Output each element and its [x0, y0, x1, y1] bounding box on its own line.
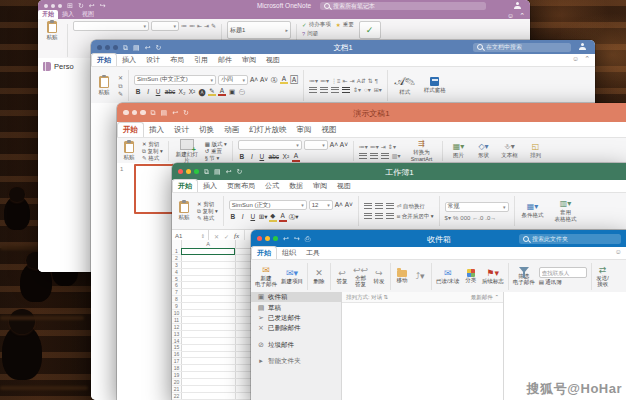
bullet-list-icon[interactable]: ≔ [181, 23, 187, 29]
copy-button[interactable]: ⧉ 复制 ▾ [197, 208, 218, 214]
sort-icon[interactable]: ⇅ [368, 78, 373, 84]
insert-function-icon[interactable]: fx [234, 232, 239, 240]
outdent-icon[interactable]: ⇤ [343, 78, 348, 84]
row-header[interactable]: 8 [172, 296, 181, 303]
follow-up-button[interactable]: ⚑▾ 后续标志 [482, 269, 504, 285]
multilevel-list-icon[interactable]: ⋮≡ [331, 78, 341, 84]
redo-icon[interactable]: ↻ [156, 44, 162, 51]
tag-question[interactable]: ?问题 [302, 30, 318, 37]
paste-icon[interactable] [179, 201, 189, 213]
borders-icon[interactable]: ⊞▾ [259, 214, 267, 221]
align-center-icon[interactable] [320, 87, 328, 93]
row-header[interactable]: 21 [172, 386, 181, 393]
tab-view[interactable]: 视图 [78, 10, 98, 19]
tab-references[interactable]: 引用 [189, 54, 213, 66]
row-header[interactable]: 9 [172, 303, 181, 310]
window-controls[interactable] [257, 236, 278, 241]
slide-thumbnail[interactable] [134, 164, 175, 214]
align-right-icon[interactable] [381, 153, 389, 159]
tab-insert[interactable]: 插入 [58, 10, 78, 19]
filter-email-button[interactable]: 筛选 电子邮件 [513, 267, 535, 286]
line-spacing-icon[interactable]: ⇕▾ [388, 144, 396, 150]
new-slide-icon[interactable] [180, 139, 194, 150]
delete-button[interactable]: ✕ 删除 [312, 269, 326, 285]
grow-font-icon[interactable]: A˄ [335, 202, 343, 209]
shapes-icon[interactable]: ◇▾ [478, 143, 488, 151]
number-list-icon[interactable]: ≕▾ [370, 144, 379, 150]
find-contact-input[interactable] [542, 270, 584, 276]
grow-font-icon[interactable]: A˄ [250, 77, 258, 84]
align-left-icon[interactable] [309, 87, 317, 93]
align-top-icon[interactable] [364, 203, 372, 209]
window-controls[interactable] [123, 110, 146, 116]
redo-icon[interactable]: ↻ [183, 109, 189, 116]
align-right-icon[interactable] [331, 87, 339, 93]
bullet-list-icon[interactable]: ≔▾ [309, 78, 318, 84]
superscript-button[interactable]: X² [188, 89, 196, 96]
tab-home[interactable]: 开始 [117, 122, 144, 137]
window-controls[interactable] [178, 169, 199, 174]
indent-icon[interactable]: ⇥ [381, 144, 386, 150]
align-center-icon[interactable] [370, 153, 378, 159]
search-input[interactable] [532, 236, 617, 242]
font-color-icon[interactable]: A [292, 153, 300, 162]
enclose-char-icon[interactable]: ㊀ [238, 89, 246, 96]
row-header[interactable]: 7 [172, 289, 181, 296]
slide-thumbnail-panel[interactable]: 1 [117, 163, 173, 400]
font-name-select[interactable]: SimSun (中文正文)▾ [134, 75, 216, 85]
new-doc-icon[interactable]: ⧉ [151, 109, 156, 116]
folder-junk[interactable]: ⊘ 垃圾邮件 [251, 340, 341, 350]
new-doc-icon[interactable]: ⧉ [123, 44, 128, 51]
tab-design[interactable]: 设计 [141, 54, 165, 66]
superscript-button[interactable]: X² [282, 154, 290, 161]
row-header[interactable]: 2 [172, 255, 181, 262]
selected-cell-a1[interactable] [181, 248, 235, 255]
align-bottom-icon[interactable] [386, 203, 394, 209]
number-format-select[interactable]: 常规▾ [445, 202, 509, 212]
onenote-title-bar[interactable]: ⊞ ↻ ↩ ↪ Microsoft OneNote [38, 0, 530, 11]
find-contact-box[interactable] [539, 267, 587, 278]
row-header[interactable]: 16 [172, 351, 181, 358]
smartart-icon[interactable]: ⇶ [418, 140, 425, 148]
save-icon[interactable]: ▤ [161, 109, 168, 116]
search-box[interactable] [519, 234, 621, 244]
format-painter-icon[interactable]: ✎ [211, 23, 216, 29]
align-center-icon[interactable] [375, 213, 383, 219]
tab-home[interactable]: 开始 [251, 246, 277, 259]
row-header[interactable]: 12 [172, 324, 181, 331]
indent-icon[interactable]: ⇥ [204, 23, 209, 29]
undo-icon[interactable]: ↩ [226, 168, 232, 175]
tab-insert[interactable]: 插入 [144, 123, 169, 137]
categorize-button[interactable]: 分类 [464, 269, 478, 284]
char-shading-icon[interactable]: ▣ [228, 89, 236, 96]
textbox-icon[interactable]: ⎀▾ [504, 143, 514, 151]
row-header[interactable]: 13 [172, 331, 181, 338]
tab-home[interactable]: 开始 [38, 10, 58, 19]
search-input[interactable] [333, 3, 482, 9]
name-box-stepper-icon[interactable]: ⇕ [201, 233, 205, 239]
number-list-icon[interactable]: ≕ [189, 23, 195, 29]
collapse-ribbon-icon[interactable]: ⌃ [584, 55, 590, 63]
smart-folders[interactable]: ▸ 智能文件夹 [251, 356, 341, 366]
move-button[interactable]: 移动 [395, 270, 409, 284]
search-box[interactable] [473, 43, 571, 52]
phonetic-icon[interactable]: Ⓐ▾ [289, 214, 297, 221]
tab-animations[interactable]: 动画 [219, 123, 244, 137]
rules-button[interactable]: ⤴▾ [413, 272, 427, 282]
font-name-select[interactable]: SimSun (正文)▾ [229, 200, 307, 210]
fill-color-icon[interactable]: ◆ [269, 213, 277, 222]
row-header[interactable]: 15 [172, 344, 181, 351]
picture-icon[interactable]: ▦▾ [453, 143, 465, 151]
bold-button[interactable]: B [238, 154, 246, 161]
copy-icon[interactable]: ⧉ [118, 83, 122, 89]
currency-icon[interactable]: $▾ [445, 215, 451, 221]
folder-inbox[interactable]: ▣ 收件箱 [251, 292, 341, 302]
tab-formulas[interactable]: 公式 [260, 180, 284, 192]
tag-todo[interactable]: ✓待办事项 [302, 21, 331, 28]
columns-icon[interactable]: ▥▾ [392, 153, 401, 159]
font-size-select[interactable]: 12▾ [309, 200, 333, 210]
shrink-font-icon[interactable]: A˅ [345, 202, 353, 209]
search-input[interactable] [486, 44, 567, 50]
window-controls[interactable] [44, 4, 62, 8]
share-person-icon[interactable] [514, 2, 522, 9]
